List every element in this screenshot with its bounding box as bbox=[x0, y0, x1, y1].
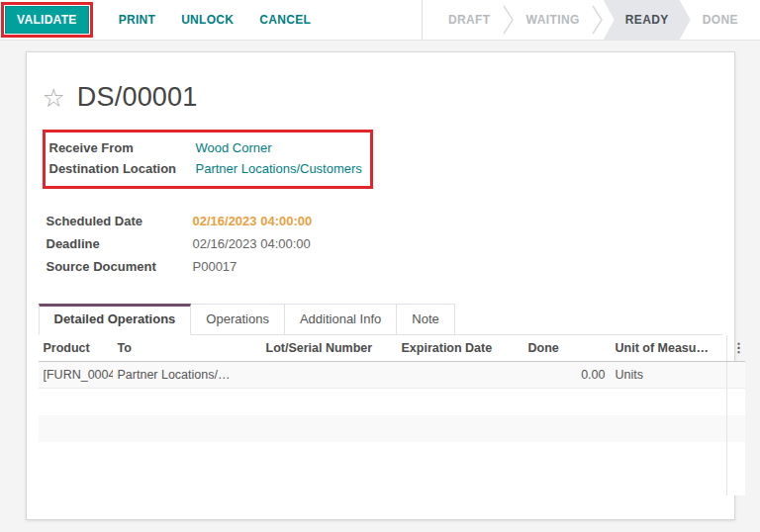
scheduled-date-label: Scheduled Date bbox=[47, 214, 193, 228]
notebook-tabs: Detailed Operations Operations Additiona… bbox=[39, 304, 722, 335]
destination-location-label: Destination Location bbox=[49, 161, 196, 176]
receive-from-label: Receive From bbox=[49, 140, 196, 155]
annotation-box-validate: VALIDATE bbox=[1, 2, 93, 38]
annotation-box-locations: Receive From Wood Corner Destination Loc… bbox=[43, 130, 373, 189]
stage-done[interactable]: DONE bbox=[691, 0, 750, 40]
field-scheduled-date: Scheduled Date 02/16/2023 04:00:00 bbox=[47, 210, 722, 232]
tab-note[interactable]: Note bbox=[397, 304, 454, 335]
status-bar: DRAFT WAITING READY DONE bbox=[422, 0, 760, 40]
chevron-right-icon bbox=[592, 0, 604, 40]
column-header-uom[interactable]: Unit of Measu… bbox=[611, 335, 727, 362]
table-row[interactable]: [FURN_0004] Let… Partner Locations/… 0.0… bbox=[39, 362, 745, 389]
control-panel: VALIDATE PRINT UNLOCK CANCEL DRAFT WAITI… bbox=[0, 0, 760, 41]
cell-product[interactable]: [FURN_0004] Let… bbox=[39, 362, 113, 389]
form-view: ☆ DS/00001 Receive From Wood Corner Dest… bbox=[0, 41, 760, 520]
page-title: DS/00001 bbox=[77, 82, 198, 113]
cell-uom[interactable]: Units bbox=[611, 362, 727, 389]
empty-row bbox=[39, 469, 745, 495]
field-source-document: Source Document P00017 bbox=[47, 255, 722, 278]
column-header-to[interactable]: To bbox=[113, 335, 261, 362]
cell-to[interactable]: Partner Locations/… bbox=[113, 362, 261, 389]
empty-row bbox=[39, 442, 745, 469]
chevron-right-icon bbox=[503, 0, 515, 40]
field-destination-location: Destination Location Partner Locations/C… bbox=[49, 158, 362, 179]
cell-expiration[interactable] bbox=[397, 362, 523, 389]
column-header-expiration[interactable]: Expiration Date bbox=[397, 335, 523, 362]
unlock-button[interactable]: UNLOCK bbox=[181, 13, 234, 27]
cell-options bbox=[727, 362, 745, 389]
form-sheet: ☆ DS/00001 Receive From Wood Corner Dest… bbox=[26, 51, 735, 520]
stage-ready[interactable]: READY bbox=[604, 0, 691, 40]
empty-row bbox=[39, 389, 745, 415]
source-document-label: Source Document bbox=[47, 259, 193, 274]
validate-button[interactable]: VALIDATE bbox=[5, 6, 89, 34]
favorite-star-icon[interactable]: ☆ bbox=[43, 85, 65, 111]
tab-detailed-operations[interactable]: Detailed Operations bbox=[39, 304, 192, 335]
destination-location-value[interactable]: Partner Locations/Customers bbox=[196, 161, 362, 176]
kebab-menu-icon[interactable]: ⋮ bbox=[732, 340, 745, 355]
stage-waiting[interactable]: WAITING bbox=[515, 0, 592, 40]
column-header-product[interactable]: Product bbox=[39, 335, 113, 362]
empty-row bbox=[39, 415, 745, 442]
table-header-row: Product To Lot/Serial Number Expiration … bbox=[39, 335, 745, 362]
field-deadline: Deadline 02/16/2023 04:00:00 bbox=[47, 232, 722, 255]
operations-table: Product To Lot/Serial Number Expiration … bbox=[39, 335, 745, 495]
print-button[interactable]: PRINT bbox=[119, 13, 156, 27]
deadline-value[interactable]: 02/16/2023 04:00:00 bbox=[193, 236, 311, 251]
receive-from-value[interactable]: Wood Corner bbox=[196, 140, 272, 155]
deadline-label: Deadline bbox=[47, 236, 193, 251]
cancel-button[interactable]: CANCEL bbox=[259, 13, 311, 27]
optional-columns-button[interactable]: ⋮ bbox=[727, 335, 745, 362]
scheduled-date-value[interactable]: 02/16/2023 04:00:00 bbox=[193, 214, 313, 228]
field-receive-from: Receive From Wood Corner bbox=[49, 137, 362, 158]
stage-draft[interactable]: DRAFT bbox=[436, 0, 503, 40]
column-header-lot[interactable]: Lot/Serial Number bbox=[261, 335, 397, 362]
source-document-value[interactable]: P00017 bbox=[193, 259, 238, 274]
tab-operations[interactable]: Operations bbox=[191, 304, 285, 335]
column-header-done[interactable]: Done bbox=[523, 335, 611, 362]
tab-additional-info[interactable]: Additional Info bbox=[285, 304, 397, 335]
cell-lot[interactable] bbox=[261, 362, 397, 389]
cell-done[interactable]: 0.00 bbox=[523, 362, 611, 389]
